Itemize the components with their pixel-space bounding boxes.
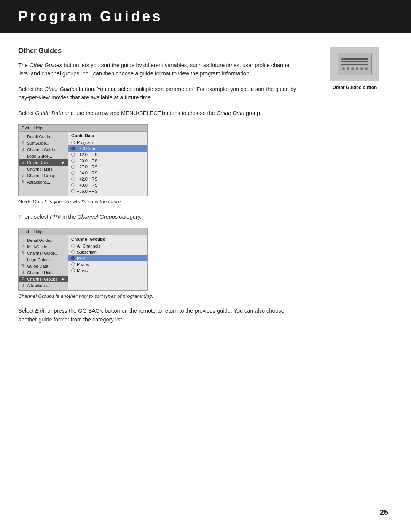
main-text-column: Other Guides The Other Guides button let…	[18, 47, 317, 331]
menu-item-channel-lists: Channel Lists	[19, 166, 68, 172]
section-heading: Other Guides	[18, 47, 301, 55]
content-area: Other Guides The Other Guides button let…	[0, 47, 411, 331]
radio-program: Program	[71, 139, 144, 145]
italic-other-guides-2: Other Guides	[45, 86, 77, 92]
radio-ppv: PPV	[68, 255, 147, 261]
radio-circle-subscriptn	[71, 250, 75, 254]
paragraph-2: Select the Other Guides button. You can …	[18, 85, 301, 102]
paragraph-4: Then, select PPV in the Channel Groups c…	[18, 212, 301, 221]
menu-item2-logo: Logo Guide...	[19, 256, 68, 263]
radio-49hrs: +49.0 HRS	[71, 182, 144, 188]
screen-2-left: Detail Guide... 2 Mini-Guide... 3 Channe…	[19, 235, 68, 290]
screen-2-body: Detail Guide... 2 Mini-Guide... 3 Channe…	[19, 235, 147, 290]
menu-item2-attractions: 8 Attractions...	[19, 282, 68, 289]
italic-guide-data: Guide Data	[35, 110, 63, 116]
page-header: Program Guides	[0, 0, 411, 33]
screen-1-menubar: Exit Help	[19, 125, 147, 132]
menu-item-surf: 2 SurfGuide...	[19, 140, 68, 146]
italic-ppv: PPV	[50, 214, 61, 220]
menu-exit-2: Exit	[22, 229, 29, 234]
radio-circle-ppv	[71, 256, 75, 260]
italic-guide-data-2: Guide Data	[217, 110, 244, 116]
radio-circle-27hrs	[71, 165, 75, 169]
radio-12hrs: +12.0 HRS	[71, 152, 144, 158]
screen-1: Exit Help Detail Guide... 2 SurfGuide...…	[18, 124, 148, 196]
radio-circle-program	[71, 141, 75, 144]
menu-item2-channel-guide: 3 Channel Guide...	[19, 250, 68, 256]
radio-promo: Promo	[71, 261, 144, 267]
screen-2-menubar: Exit Help	[19, 228, 147, 235]
screen-1-right: Guide Data Program +5.0 Hours +12.0 HRS	[68, 132, 147, 196]
paragraph-1: The Other Guides button lets you sort th…	[18, 61, 301, 78]
other-guides-button-image	[330, 47, 379, 81]
screen-1-right-title: Guide Data	[71, 133, 144, 138]
radio-circle-49hrs	[71, 183, 75, 187]
italic-other-guides-1: Other Guides	[29, 62, 62, 68]
screen-2-right: Channel Groups All Channels Subscriptn P…	[68, 235, 147, 290]
radio-42hrs: +42.0 HRS	[71, 176, 144, 182]
menu-item-detail: Detail Guide...	[19, 133, 68, 140]
radio-circle-56hrs	[71, 189, 75, 193]
radio-music: Music	[71, 267, 144, 273]
radio-circle-music	[71, 268, 75, 272]
radio-27hrs: +27.0 HRS	[71, 164, 144, 170]
paragraph-3: Select Guide Data and use the arrow and …	[18, 109, 301, 117]
screen-2-right-title: Channel Groups	[71, 237, 144, 241]
paragraph-5: Select Exit, or press the GO BACK button…	[18, 307, 301, 324]
italic-exit: Exit	[35, 308, 44, 314]
sidebar-label: Other Guides button	[333, 85, 377, 90]
menu-item-channel-groups: 7 Channel Groups	[19, 172, 68, 179]
menu-item2-channel-groups: 7 Channel Groups ▶	[19, 276, 68, 282]
radio-subscriptn: Subscriptn	[71, 249, 144, 255]
menu-help-2: Help	[33, 229, 43, 234]
radio-all-channels: All Channels	[71, 243, 144, 249]
screen-1-body: Detail Guide... 2 SurfGuide... 3 Channel…	[19, 132, 147, 196]
menu-item2-channel-lists: 6 Channel Lists	[19, 269, 68, 276]
menu-item2-mini: 2 Mini-Guide...	[19, 243, 68, 250]
menu-item-logo: Logo Guide...	[19, 153, 68, 159]
radio-5hrs: +5.0 Hours	[68, 145, 147, 152]
radio-56hrs: +56.0 HRS	[71, 188, 144, 194]
italic-channel-groups: Channel Groups	[78, 214, 118, 220]
page-title: Program Guides	[18, 8, 393, 25]
radio-20hrs: +20.0 HRS	[71, 158, 144, 164]
screen-1-caption: Guide Data lets you see what's on in the…	[18, 198, 301, 205]
menu-item-channel-guide: 3 Channel Guide...	[19, 146, 68, 153]
menu-exit-1: Exit	[22, 126, 29, 130]
page-number: 25	[380, 508, 388, 517]
sidebar: Other Guides button	[317, 47, 393, 331]
screen-1-left: Detail Guide... 2 SurfGuide... 3 Channel…	[19, 132, 68, 196]
menu-item-attractions: 8 Attractions...	[19, 179, 68, 185]
menu-item2-detail: Detail Guide...	[19, 237, 68, 243]
screen-2: Exit Help Detail Guide... 2 Mini-Guide..…	[18, 228, 148, 291]
radio-circle-34hrs	[71, 171, 75, 175]
radio-circle-12hrs	[71, 153, 75, 157]
radio-circle-all	[71, 244, 75, 248]
radio-circle-promo	[71, 262, 75, 266]
radio-circle-42hrs	[71, 177, 75, 181]
menu-item2-guide-data: 5 Guide Data	[19, 263, 68, 269]
menu-help-1: Help	[33, 126, 43, 130]
radio-circle-20hrs	[71, 159, 75, 163]
radio-34hrs: +34.0 HRS	[71, 170, 144, 176]
radio-circle-5hrs	[71, 147, 75, 150]
menu-item-guide-data: 5 Guide Data ▶	[19, 159, 68, 166]
screen-2-caption: Channel Groups is another way to sort ty…	[18, 293, 301, 300]
